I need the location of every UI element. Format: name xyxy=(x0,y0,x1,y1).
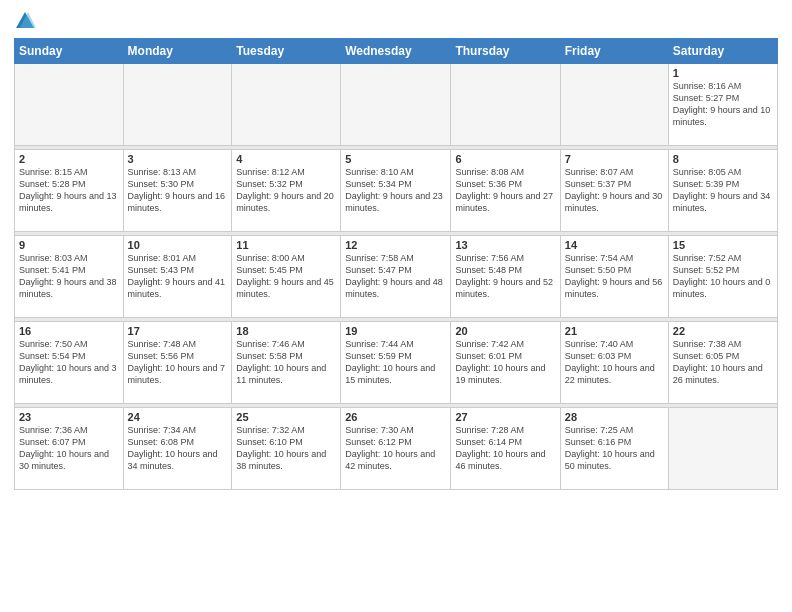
calendar-week-3: 9Sunrise: 8:03 AM Sunset: 5:41 PM Daylig… xyxy=(15,236,778,318)
day-info: Sunrise: 8:01 AM Sunset: 5:43 PM Dayligh… xyxy=(128,252,228,301)
weekday-header-row: SundayMondayTuesdayWednesdayThursdayFrid… xyxy=(15,39,778,64)
calendar-cell: 7Sunrise: 8:07 AM Sunset: 5:37 PM Daylig… xyxy=(560,150,668,232)
day-info: Sunrise: 8:07 AM Sunset: 5:37 PM Dayligh… xyxy=(565,166,664,215)
day-number: 15 xyxy=(673,239,773,251)
page: SundayMondayTuesdayWednesdayThursdayFrid… xyxy=(0,0,792,612)
calendar-week-5: 23Sunrise: 7:36 AM Sunset: 6:07 PM Dayli… xyxy=(15,408,778,490)
calendar-week-2: 2Sunrise: 8:15 AM Sunset: 5:28 PM Daylig… xyxy=(15,150,778,232)
day-info: Sunrise: 7:34 AM Sunset: 6:08 PM Dayligh… xyxy=(128,424,228,473)
calendar-cell: 2Sunrise: 8:15 AM Sunset: 5:28 PM Daylig… xyxy=(15,150,124,232)
day-info: Sunrise: 7:48 AM Sunset: 5:56 PM Dayligh… xyxy=(128,338,228,387)
calendar-cell: 11Sunrise: 8:00 AM Sunset: 5:45 PM Dayli… xyxy=(232,236,341,318)
calendar-cell: 19Sunrise: 7:44 AM Sunset: 5:59 PM Dayli… xyxy=(341,322,451,404)
day-info: Sunrise: 7:38 AM Sunset: 6:05 PM Dayligh… xyxy=(673,338,773,387)
calendar-cell: 4Sunrise: 8:12 AM Sunset: 5:32 PM Daylig… xyxy=(232,150,341,232)
calendar-cell xyxy=(232,64,341,146)
day-number: 18 xyxy=(236,325,336,337)
day-info: Sunrise: 7:36 AM Sunset: 6:07 PM Dayligh… xyxy=(19,424,119,473)
day-number: 26 xyxy=(345,411,446,423)
day-number: 17 xyxy=(128,325,228,337)
day-info: Sunrise: 8:10 AM Sunset: 5:34 PM Dayligh… xyxy=(345,166,446,215)
weekday-header-saturday: Saturday xyxy=(668,39,777,64)
weekday-header-monday: Monday xyxy=(123,39,232,64)
calendar-cell: 16Sunrise: 7:50 AM Sunset: 5:54 PM Dayli… xyxy=(15,322,124,404)
calendar-cell: 22Sunrise: 7:38 AM Sunset: 6:05 PM Dayli… xyxy=(668,322,777,404)
calendar-cell xyxy=(668,408,777,490)
day-info: Sunrise: 7:54 AM Sunset: 5:50 PM Dayligh… xyxy=(565,252,664,301)
calendar-cell: 21Sunrise: 7:40 AM Sunset: 6:03 PM Dayli… xyxy=(560,322,668,404)
calendar-cell: 27Sunrise: 7:28 AM Sunset: 6:14 PM Dayli… xyxy=(451,408,560,490)
day-number: 6 xyxy=(455,153,555,165)
day-number: 13 xyxy=(455,239,555,251)
day-number: 12 xyxy=(345,239,446,251)
day-number: 23 xyxy=(19,411,119,423)
weekday-header-sunday: Sunday xyxy=(15,39,124,64)
calendar-cell: 25Sunrise: 7:32 AM Sunset: 6:10 PM Dayli… xyxy=(232,408,341,490)
calendar-cell: 24Sunrise: 7:34 AM Sunset: 6:08 PM Dayli… xyxy=(123,408,232,490)
calendar-cell: 15Sunrise: 7:52 AM Sunset: 5:52 PM Dayli… xyxy=(668,236,777,318)
calendar-cell: 8Sunrise: 8:05 AM Sunset: 5:39 PM Daylig… xyxy=(668,150,777,232)
day-info: Sunrise: 7:50 AM Sunset: 5:54 PM Dayligh… xyxy=(19,338,119,387)
weekday-header-tuesday: Tuesday xyxy=(232,39,341,64)
day-number: 25 xyxy=(236,411,336,423)
day-number: 3 xyxy=(128,153,228,165)
logo-icon xyxy=(14,10,36,32)
day-info: Sunrise: 7:25 AM Sunset: 6:16 PM Dayligh… xyxy=(565,424,664,473)
day-number: 9 xyxy=(19,239,119,251)
calendar-cell: 28Sunrise: 7:25 AM Sunset: 6:16 PM Dayli… xyxy=(560,408,668,490)
day-number: 20 xyxy=(455,325,555,337)
day-number: 2 xyxy=(19,153,119,165)
day-number: 28 xyxy=(565,411,664,423)
day-info: Sunrise: 8:13 AM Sunset: 5:30 PM Dayligh… xyxy=(128,166,228,215)
day-number: 8 xyxy=(673,153,773,165)
calendar-cell: 23Sunrise: 7:36 AM Sunset: 6:07 PM Dayli… xyxy=(15,408,124,490)
day-info: Sunrise: 7:44 AM Sunset: 5:59 PM Dayligh… xyxy=(345,338,446,387)
day-info: Sunrise: 7:58 AM Sunset: 5:47 PM Dayligh… xyxy=(345,252,446,301)
day-number: 5 xyxy=(345,153,446,165)
day-info: Sunrise: 8:03 AM Sunset: 5:41 PM Dayligh… xyxy=(19,252,119,301)
calendar-cell: 5Sunrise: 8:10 AM Sunset: 5:34 PM Daylig… xyxy=(341,150,451,232)
calendar-cell: 20Sunrise: 7:42 AM Sunset: 6:01 PM Dayli… xyxy=(451,322,560,404)
day-number: 11 xyxy=(236,239,336,251)
calendar-cell xyxy=(123,64,232,146)
day-info: Sunrise: 7:56 AM Sunset: 5:48 PM Dayligh… xyxy=(455,252,555,301)
header xyxy=(14,10,778,32)
calendar-cell: 14Sunrise: 7:54 AM Sunset: 5:50 PM Dayli… xyxy=(560,236,668,318)
calendar-cell: 17Sunrise: 7:48 AM Sunset: 5:56 PM Dayli… xyxy=(123,322,232,404)
calendar-cell: 18Sunrise: 7:46 AM Sunset: 5:58 PM Dayli… xyxy=(232,322,341,404)
day-info: Sunrise: 7:52 AM Sunset: 5:52 PM Dayligh… xyxy=(673,252,773,301)
calendar-cell xyxy=(341,64,451,146)
day-number: 21 xyxy=(565,325,664,337)
calendar-cell: 9Sunrise: 8:03 AM Sunset: 5:41 PM Daylig… xyxy=(15,236,124,318)
day-number: 16 xyxy=(19,325,119,337)
day-info: Sunrise: 8:15 AM Sunset: 5:28 PM Dayligh… xyxy=(19,166,119,215)
day-info: Sunrise: 7:42 AM Sunset: 6:01 PM Dayligh… xyxy=(455,338,555,387)
day-number: 24 xyxy=(128,411,228,423)
calendar-cell: 26Sunrise: 7:30 AM Sunset: 6:12 PM Dayli… xyxy=(341,408,451,490)
day-info: Sunrise: 8:12 AM Sunset: 5:32 PM Dayligh… xyxy=(236,166,336,215)
day-info: Sunrise: 7:30 AM Sunset: 6:12 PM Dayligh… xyxy=(345,424,446,473)
day-info: Sunrise: 7:46 AM Sunset: 5:58 PM Dayligh… xyxy=(236,338,336,387)
weekday-header-thursday: Thursday xyxy=(451,39,560,64)
calendar-cell: 6Sunrise: 8:08 AM Sunset: 5:36 PM Daylig… xyxy=(451,150,560,232)
day-info: Sunrise: 8:08 AM Sunset: 5:36 PM Dayligh… xyxy=(455,166,555,215)
logo xyxy=(14,10,40,32)
day-info: Sunrise: 8:16 AM Sunset: 5:27 PM Dayligh… xyxy=(673,80,773,129)
calendar-cell: 1Sunrise: 8:16 AM Sunset: 5:27 PM Daylig… xyxy=(668,64,777,146)
day-info: Sunrise: 7:32 AM Sunset: 6:10 PM Dayligh… xyxy=(236,424,336,473)
calendar-cell: 3Sunrise: 8:13 AM Sunset: 5:30 PM Daylig… xyxy=(123,150,232,232)
day-info: Sunrise: 7:28 AM Sunset: 6:14 PM Dayligh… xyxy=(455,424,555,473)
day-number: 10 xyxy=(128,239,228,251)
calendar-week-1: 1Sunrise: 8:16 AM Sunset: 5:27 PM Daylig… xyxy=(15,64,778,146)
day-info: Sunrise: 8:05 AM Sunset: 5:39 PM Dayligh… xyxy=(673,166,773,215)
calendar-cell: 13Sunrise: 7:56 AM Sunset: 5:48 PM Dayli… xyxy=(451,236,560,318)
weekday-header-wednesday: Wednesday xyxy=(341,39,451,64)
day-number: 7 xyxy=(565,153,664,165)
calendar-cell xyxy=(15,64,124,146)
calendar-week-4: 16Sunrise: 7:50 AM Sunset: 5:54 PM Dayli… xyxy=(15,322,778,404)
weekday-header-friday: Friday xyxy=(560,39,668,64)
calendar-cell: 10Sunrise: 8:01 AM Sunset: 5:43 PM Dayli… xyxy=(123,236,232,318)
day-info: Sunrise: 8:00 AM Sunset: 5:45 PM Dayligh… xyxy=(236,252,336,301)
calendar-table: SundayMondayTuesdayWednesdayThursdayFrid… xyxy=(14,38,778,490)
day-number: 14 xyxy=(565,239,664,251)
